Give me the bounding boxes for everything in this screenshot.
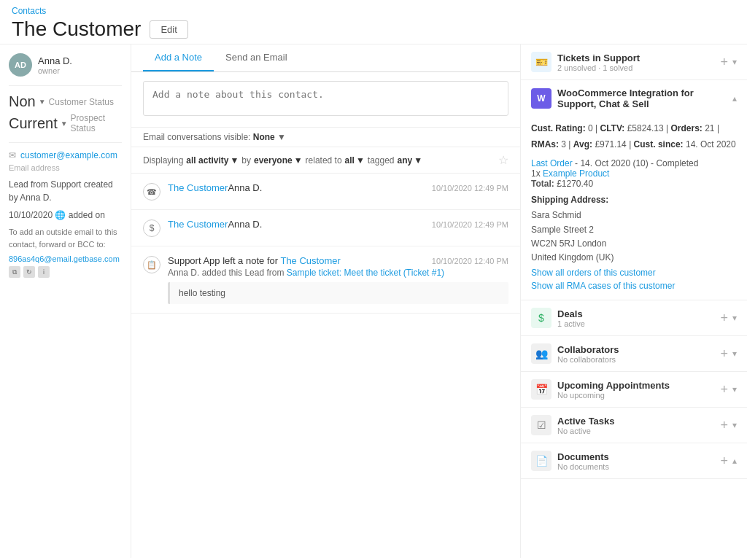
woocommerce-body: Cust. Rating: 0 | CLTV: £5824.13 | Order…: [521, 117, 747, 300]
current-status-label: Current: [9, 115, 58, 132]
show-rma-link[interactable]: Show all RMA cases of this customer: [531, 281, 737, 291]
tab-add-note[interactable]: Add a Note: [143, 44, 214, 71]
filter-any[interactable]: any ▼: [398, 155, 423, 166]
date-added: 10/10/2020 🌐 added on: [9, 210, 122, 220]
appointments-subtitle: No upcoming: [557, 391, 714, 400]
activity-call-icon: ☎: [143, 183, 160, 201]
tickets-widget: 🎫 Tickets in Support 2 unsolved · 1 solv…: [521, 44, 747, 80]
current-status-chevron[interactable]: ▼: [61, 120, 68, 128]
activity-who: The CustomerAnna D.: [168, 182, 262, 193]
tickets-collapse-button[interactable]: ▾: [732, 57, 737, 67]
right-sidebar: 🎫 Tickets in Support 2 unsolved · 1 solv…: [521, 44, 747, 558]
collaborators-title: Collaborators: [557, 344, 714, 355]
tab-send-email[interactable]: Send an Email: [214, 44, 299, 71]
activity-item: $ The CustomerAnna D. 10/10/2020 12:49 P…: [131, 210, 520, 246]
tickets-add-button[interactable]: +: [720, 55, 728, 69]
collaborators-add-button[interactable]: +: [720, 347, 728, 360]
breadcrumb[interactable]: Contacts: [12, 6, 735, 16]
activity-body: Anna D. added this Lead from Sample tick…: [168, 268, 508, 278]
documents-add-button[interactable]: +: [720, 454, 728, 467]
icon-row: ⧉ ↻ i: [9, 266, 122, 278]
activity-note-icon: 📋: [143, 256, 160, 273]
activity-link[interactable]: The Customer: [280, 255, 340, 266]
activity-list: ☎ The CustomerAnna D. 10/10/2020 12:49 P…: [131, 174, 520, 314]
appointments-widget-header[interactable]: 📅 Upcoming Appointments No upcoming + ▾: [521, 372, 747, 407]
note-textarea[interactable]: [143, 81, 508, 116]
info-icon[interactable]: i: [38, 266, 50, 278]
bcc-email[interactable]: 896as4q6@email.getbase.com: [9, 254, 122, 263]
bcc-info: To add an outside email to this contact,…: [9, 226, 122, 250]
tasks-collapse-button[interactable]: ▾: [732, 420, 737, 430]
refresh-icon[interactable]: ↻: [23, 266, 35, 278]
deals-widget: $ Deals 1 active + ▾: [521, 300, 747, 336]
activity-link[interactable]: The Customer: [168, 182, 228, 193]
appointments-widget: 📅 Upcoming Appointments No upcoming + ▾: [521, 372, 747, 408]
email-conversations-bar: Email conversations visible: None ▼: [131, 128, 520, 147]
tasks-subtitle: No active: [557, 427, 714, 435]
documents-title: Documents: [557, 451, 714, 462]
filter-everyone[interactable]: everyone ▼: [254, 155, 303, 166]
customer-status-label: Customer Status: [49, 97, 114, 107]
deals-collapse-button[interactable]: ▾: [732, 313, 737, 323]
activity-item: ☎ The CustomerAnna D. 10/10/2020 12:49 P…: [131, 174, 520, 210]
tickets-subtitle: 2 unsolved · 1 solved: [557, 63, 714, 72]
collaborators-widget-header[interactable]: 👥 Collaborators No collaborators + ▾: [521, 336, 747, 371]
woocommerce-collapse-button[interactable]: ▴: [732, 93, 737, 104]
shipping-block: Shipping Address: Sara Schmid Sample Str…: [531, 193, 737, 265]
avatar: AD: [9, 53, 32, 77]
appointments-title: Upcoming Appointments: [557, 380, 714, 391]
last-order-link[interactable]: Last Order: [531, 158, 573, 168]
appointments-icon: 📅: [531, 379, 551, 400]
email-field: ✉ customer@example.com: [9, 150, 122, 160]
last-order: Last Order - 14. Oct 2020 (10) - Complet…: [531, 158, 737, 189]
activity-who: Support App left a note for The Customer: [168, 255, 341, 266]
activity-time: 10/10/2020 12:49 PM: [432, 184, 508, 192]
woocommerce-widget-header[interactable]: W WooCommerce Integration for Support, C…: [521, 80, 747, 117]
deals-subtitle: 1 active: [557, 319, 714, 328]
activity-link[interactable]: The Customer: [168, 219, 228, 230]
appointments-add-button[interactable]: +: [720, 383, 728, 396]
top-bar: Contacts The Customer Edit: [0, 0, 747, 44]
documents-widget: 📄 Documents No documents + ▴: [521, 443, 747, 479]
deals-widget-header[interactable]: $ Deals 1 active + ▾: [521, 300, 747, 335]
appointments-collapse-button[interactable]: ▾: [732, 384, 737, 394]
filter-displaying: Displaying: [143, 155, 183, 166]
deals-icon: $: [531, 308, 551, 328]
documents-subtitle: No documents: [557, 462, 714, 471]
email-value[interactable]: customer@example.com: [20, 150, 117, 160]
collaborators-subtitle: No collaborators: [557, 355, 714, 364]
deals-add-button[interactable]: +: [720, 311, 728, 324]
activity-content: The CustomerAnna D. 10/10/2020 12:49 PM: [168, 219, 508, 230]
tasks-widget-header[interactable]: ☑ Active Tasks No active + ▾: [521, 408, 747, 443]
non-status-chevron[interactable]: ▼: [39, 98, 46, 106]
activity-time: 10/10/2020 12:40 PM: [432, 257, 508, 265]
star-button[interactable]: ☆: [498, 153, 508, 167]
filter-all-activity[interactable]: all activity ▼: [186, 155, 239, 166]
tasks-icon: ☑: [531, 415, 551, 435]
prospect-status-label: Prospect Status: [71, 113, 122, 133]
collaborators-collapse-button[interactable]: ▾: [732, 349, 737, 359]
page-title: The Customer: [12, 18, 141, 41]
documents-collapse-button[interactable]: ▴: [732, 456, 737, 466]
owner-row: AD Anna D. owner: [9, 53, 122, 77]
product-link[interactable]: Example Product: [543, 168, 609, 179]
owner-name: Anna D.: [38, 55, 72, 66]
tickets-widget-header[interactable]: 🎫 Tickets in Support 2 unsolved · 1 solv…: [521, 44, 747, 79]
woocommerce-icon: W: [531, 88, 551, 109]
tickets-title: Tickets in Support: [557, 52, 714, 63]
edit-button[interactable]: Edit: [150, 20, 187, 39]
activity-content: Support App left a note for The Customer…: [168, 255, 508, 304]
center-panel: Add a Note Send an Email Email conversat…: [131, 44, 521, 558]
ticket-link[interactable]: Sample ticket: Meet the ticket (Ticket #…: [287, 268, 444, 278]
show-orders-link[interactable]: Show all orders of this customer: [531, 268, 737, 278]
copy-icon[interactable]: ⧉: [9, 266, 20, 278]
lead-info: Lead from Support created by Anna D.: [9, 178, 122, 204]
documents-widget-header[interactable]: 📄 Documents No documents + ▴: [521, 443, 747, 478]
documents-icon: 📄: [531, 451, 551, 471]
activity-time: 10/10/2020 12:49 PM: [432, 220, 508, 229]
tasks-add-button[interactable]: +: [720, 419, 728, 432]
woocommerce-title: WooCommerce Integration for Support, Cha…: [557, 88, 727, 109]
filter-all[interactable]: all ▼: [345, 155, 365, 166]
tickets-icon: 🎫: [531, 52, 551, 72]
email-icon: ✉: [9, 150, 16, 160]
